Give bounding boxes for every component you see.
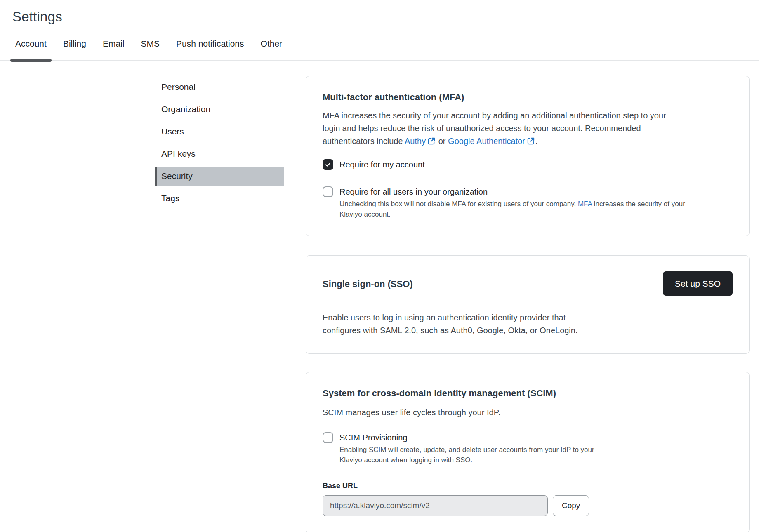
google-authenticator-link[interactable]: Google Authenticator (448, 137, 525, 146)
mfa-card-title: Multi-factor authentication (MFA) (323, 92, 733, 103)
mfa-help-line1-pre: Unchecking this box will not disable MFA… (339, 200, 578, 208)
mfa-description-line2: login and helps reduce the risk of unaut… (323, 122, 733, 135)
page-header: Settings (0, 0, 759, 25)
mfa-card: Multi-factor authentication (MFA) MFA in… (306, 76, 750, 236)
external-link-icon (427, 136, 436, 144)
base-url-input[interactable] (323, 495, 548, 516)
tab-account[interactable]: Account (15, 39, 47, 60)
authy-link[interactable]: Authy (405, 137, 426, 146)
main-layout: Personal Organization Users API keys Sec… (0, 61, 759, 532)
sidebar-item-api-keys[interactable]: API keys (155, 144, 284, 163)
sidebar-item-security[interactable]: Security (155, 167, 284, 186)
sso-card: Single sign-on (SSO) Set up SSO Enable u… (306, 255, 750, 354)
tab-other[interactable]: Other (261, 39, 283, 60)
mfa-description: MFA increases the security of your accou… (323, 109, 733, 148)
scim-help-line1: Enabling SCIM will create, update, and d… (339, 445, 733, 455)
scim-provisioning-help: Enabling SCIM will create, update, and d… (339, 445, 733, 465)
page-title: Settings (12, 9, 759, 25)
mfa-require-org-checkbox[interactable] (323, 186, 333, 197)
scim-provisioning-row[interactable]: SCIM Provisioning (323, 432, 733, 443)
copy-button[interactable]: Copy (553, 495, 589, 516)
scim-card: System for cross-domain identity managem… (306, 372, 750, 532)
tab-push-notifications[interactable]: Push notifications (176, 39, 244, 60)
mfa-require-org-row[interactable]: Require for all users in your organizati… (323, 186, 733, 197)
sidebar-item-organization[interactable]: Organization (155, 100, 284, 119)
scim-card-title: System for cross-domain identity managem… (323, 388, 733, 399)
mfa-require-org-help: Unchecking this box will not disable MFA… (339, 199, 733, 219)
scim-provisioning-checkbox[interactable] (323, 432, 333, 443)
settings-subnav: Personal Organization Users API keys Sec… (155, 78, 284, 211)
settings-content: Multi-factor authentication (MFA) MFA in… (306, 61, 750, 532)
scim-description-line: SCIM manages user life cycles through yo… (323, 406, 733, 419)
sso-description: Enable users to log in using an authenti… (323, 311, 733, 337)
sso-card-title: Single sign-on (SSO) (323, 279, 413, 290)
mfa-help-link[interactable]: MFA (578, 200, 592, 208)
base-url-row: Copy (323, 495, 733, 516)
sidebar-item-personal[interactable]: Personal (155, 78, 284, 97)
mfa-require-account-label: Require for my account (339, 160, 425, 169)
scim-description: SCIM manages user life cycles through yo… (323, 406, 733, 419)
mfa-description-line1: MFA increases the security of your accou… (323, 109, 733, 122)
sso-description-line1: Enable users to log in using an authenti… (323, 311, 733, 324)
sidebar-item-users[interactable]: Users (155, 122, 284, 141)
tab-email[interactable]: Email (103, 39, 125, 60)
base-url-label: Base URL (323, 482, 733, 490)
mfa-require-org-label: Require for all users in your organizati… (339, 187, 488, 197)
scim-help-line2: Klaviyo account when logging in with SSO… (339, 455, 733, 465)
mfa-require-account-checkbox[interactable] (323, 159, 333, 170)
mfa-help-line1: Unchecking this box will not disable MFA… (339, 199, 733, 209)
tab-bar: Account Billing Email SMS Push notificat… (0, 39, 759, 61)
scim-provisioning-label: SCIM Provisioning (339, 433, 408, 443)
set-up-sso-button[interactable]: Set up SSO (663, 271, 733, 296)
mfa-description-line3-pre: authenticators include (323, 137, 405, 146)
mfa-require-account-row[interactable]: Require for my account (323, 159, 733, 170)
external-link-icon (527, 136, 535, 144)
sidebar-item-tags[interactable]: Tags (155, 189, 284, 208)
mfa-help-line1-post: increases the security of your (592, 200, 685, 208)
sso-description-line2: configures with SAML 2.0, such as Auth0,… (323, 324, 733, 337)
mfa-description-line3: authenticators include Authy or Google A… (323, 135, 733, 148)
mfa-help-line2: Klaviyo account. (339, 209, 733, 219)
tab-sms[interactable]: SMS (141, 39, 160, 60)
tab-billing[interactable]: Billing (63, 39, 86, 60)
mfa-description-line3-mid: or (436, 137, 448, 146)
mfa-description-line3-end: . (535, 137, 538, 146)
